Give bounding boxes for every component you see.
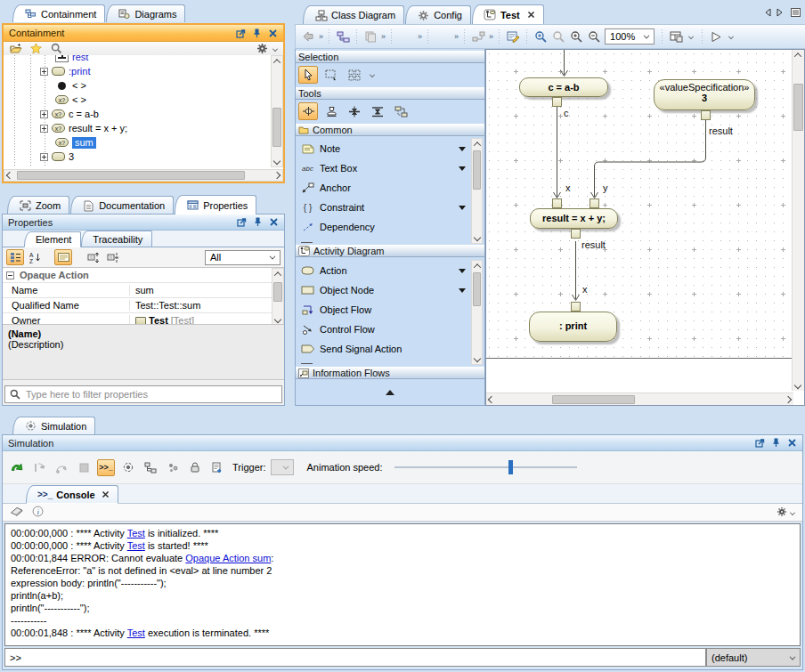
palette-item-action[interactable]: Action: [297, 261, 469, 280]
categorized-view-button[interactable]: [6, 249, 24, 265]
toolbar-overflow-chevron[interactable]: »: [418, 32, 421, 41]
back-button[interactable]: [299, 28, 317, 45]
info-icon[interactable]: i: [32, 506, 44, 519]
palette-activity-header[interactable]: Activity Diagram: [296, 245, 484, 257]
close-panel-icon[interactable]: [269, 217, 279, 227]
tab-simulation[interactable]: Simulation: [12, 417, 95, 434]
item-dropdown-caret[interactable]: [459, 206, 466, 214]
tab-documentation[interactable]: Documentation: [70, 196, 174, 215]
collapse-group-icon[interactable]: [6, 271, 14, 279]
toolbar-overflow-chevron[interactable]: »: [381, 32, 385, 41]
console-toggle-button[interactable]: >>_: [97, 459, 115, 476]
zoom-selection-button[interactable]: [549, 28, 567, 45]
tree-row-c-a-b[interactable]: x? c = a-b: [40, 107, 99, 121]
palette-item-constraint[interactable]: { } Constraint: [297, 198, 469, 217]
collapse-properties-button[interactable]: [104, 249, 122, 265]
previous-diagram-icon[interactable]: [764, 8, 771, 19]
show-description-button[interactable]: [54, 249, 72, 265]
palette-scroll-up-area[interactable]: [296, 380, 484, 405]
zoom-level-combo[interactable]: 100%: [605, 28, 655, 45]
animation-button[interactable]: [119, 459, 137, 476]
tree-row-sum-selected[interactable]: x? sum: [55, 135, 96, 150]
output-pin-result[interactable]: [571, 229, 581, 239]
zoom-in-small-button[interactable]: [567, 28, 585, 45]
zoom-in-button[interactable]: [532, 28, 549, 45]
log-link[interactable]: Test: [127, 627, 145, 638]
tab-traceability[interactable]: Traceability: [81, 231, 152, 247]
tree-vscrollbar[interactable]: [271, 55, 283, 167]
log-link[interactable]: Test: [127, 528, 145, 538]
action-node-result[interactable]: result = x + y;: [530, 208, 618, 229]
palette-common-scrollbar[interactable]: [471, 138, 483, 244]
expand-toggle[interactable]: [40, 110, 48, 118]
sessions-tree-button[interactable]: [142, 459, 159, 476]
run-button[interactable]: [707, 28, 725, 45]
palette-selection-header[interactable]: Selection: [296, 51, 484, 63]
console-options-gear-icon[interactable]: [777, 506, 787, 519]
diagram-properties-button[interactable]: [504, 28, 522, 45]
input-pin-x[interactable]: [552, 198, 562, 208]
item-dropdown-caret[interactable]: [459, 147, 466, 155]
tree-row-unnamed[interactable]: x? < >: [55, 93, 86, 107]
stamp-tool-button[interactable]: [321, 102, 341, 120]
output-pin-c[interactable]: [552, 97, 562, 107]
selection-tools-caret[interactable]: [370, 72, 375, 77]
expand-toggle[interactable]: [40, 68, 48, 76]
debug-options-button[interactable]: [186, 459, 204, 476]
tab-element[interactable]: Element: [24, 231, 81, 247]
animation-speed-slider[interactable]: [394, 460, 577, 474]
item-dropdown-caret[interactable]: [459, 288, 466, 296]
step-into-button[interactable]: [30, 459, 48, 476]
dependency-matrix-button[interactable]: [391, 102, 411, 120]
tree-row-rest[interactable]: rest: [55, 55, 88, 64]
expand-toggle[interactable]: [40, 153, 48, 161]
tree-hscrollbar[interactable]: [4, 169, 283, 182]
log-link[interactable]: Test: [127, 540, 145, 551]
input-pin-y[interactable]: [590, 198, 599, 208]
palette-common-header[interactable]: Common: [296, 124, 484, 136]
run-simulation-button[interactable]: [8, 459, 26, 476]
expand-toggle[interactable]: [40, 125, 48, 133]
property-group-row[interactable]: Opaque Action: [3, 268, 272, 283]
palette-item-anchor[interactable]: Anchor: [297, 178, 469, 198]
action-node-print[interactable]: : print: [529, 312, 617, 342]
console-options-caret[interactable]: [790, 510, 795, 515]
action-node-c-a-b[interactable]: c = a-b: [519, 77, 608, 97]
float-window-icon[interactable]: [237, 217, 247, 227]
close-console-icon[interactable]: [102, 490, 110, 498]
palette-activity-scrollbar[interactable]: [471, 260, 483, 365]
layout-button[interactable]: [667, 28, 685, 45]
diagram-canvas[interactable]: c = a-b c «valueSpecification» 3 result …: [485, 49, 805, 406]
containment-options-gear-icon[interactable]: [256, 43, 270, 55]
console-log[interactable]: 00:00:00,000 : **** Activity Test is ini…: [4, 523, 801, 646]
grid-vscrollbar[interactable]: [272, 268, 284, 325]
output-pin-vs-result[interactable]: [701, 110, 711, 120]
palette-item-partial[interactable]: [297, 362, 469, 366]
tab-class-diagram[interactable]: Class Diagram: [303, 5, 404, 24]
tab-zoom[interactable]: Zoom: [7, 196, 69, 215]
select-tool-button[interactable]: [298, 66, 318, 84]
property-row-qualified-name[interactable]: Qualified Name Test::Test::sum: [3, 298, 272, 313]
layout-caret[interactable]: [688, 34, 694, 39]
palette-item-object-flow[interactable]: Object Flow: [297, 300, 469, 320]
trigger-combo[interactable]: [271, 459, 294, 475]
pin-tool-button[interactable]: [298, 102, 318, 120]
horizontal-distribute-button[interactable]: [368, 102, 387, 120]
properties-filter-field[interactable]: Type here to filter properties: [4, 385, 282, 403]
diagram-list-icon[interactable]: [791, 8, 801, 19]
tree-row-initial[interactable]: < >: [55, 78, 86, 93]
toolbar-overflow-chevron[interactable]: »: [489, 32, 492, 41]
clear-console-icon[interactable]: [10, 506, 23, 518]
multi-select-button[interactable]: [345, 66, 364, 84]
tab-containment[interactable]: Containment: [12, 4, 105, 22]
float-window-icon[interactable]: [236, 28, 246, 38]
toolbar-overflow-chevron[interactable]: »: [319, 32, 322, 41]
close-panel-icon[interactable]: [787, 438, 797, 448]
alphabetical-sort-button[interactable]: AZ: [26, 249, 44, 265]
palette-item-send-signal[interactable]: Send Signal Action: [297, 339, 469, 359]
session-combo[interactable]: (default): [706, 648, 801, 667]
step-over-button[interactable]: [53, 459, 70, 476]
vertical-distribute-button[interactable]: [345, 102, 364, 120]
palette-tools-header[interactable]: Tools: [296, 87, 484, 100]
float-window-icon[interactable]: [755, 438, 765, 448]
